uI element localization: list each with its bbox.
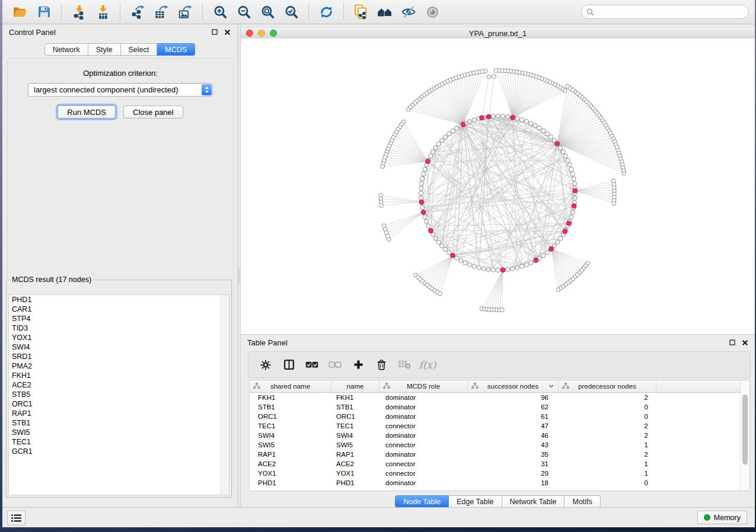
export-table-button[interactable] xyxy=(152,3,170,21)
show-details-button[interactable] xyxy=(423,3,441,21)
table-row[interactable]: SWI5SWI5connector431 xyxy=(250,440,749,450)
select-stepper-icon xyxy=(202,84,212,95)
delete-table-button[interactable] xyxy=(397,357,412,373)
table-cell: dominator xyxy=(379,412,468,421)
table-cell: 2 xyxy=(559,450,656,459)
table-row[interactable]: YOX1YOX1connector291 xyxy=(250,469,749,478)
mcds-result-item[interactable]: TEC1 xyxy=(9,437,229,447)
column-type-icon xyxy=(562,383,569,389)
network-window-titlebar[interactable]: YPA_prune.txt_1 xyxy=(241,27,755,39)
save-button[interactable] xyxy=(35,3,53,21)
zoom-fit-button[interactable] xyxy=(259,3,276,21)
delete-button[interactable] xyxy=(374,357,389,373)
run-mcds-button[interactable]: Run MCDS xyxy=(58,105,116,118)
task-history-button[interactable] xyxy=(7,511,25,525)
table-cell: 61 xyxy=(468,412,559,421)
mcds-result-item[interactable]: FKH1 xyxy=(9,371,229,380)
mcds-result-item[interactable]: YOX1 xyxy=(9,333,229,342)
mcds-result-item[interactable]: GCR1 xyxy=(9,447,229,456)
memory-button[interactable]: Memory xyxy=(697,511,747,524)
table-row[interactable]: TEC1TEC1connector472 xyxy=(250,421,749,431)
table-row[interactable]: ORC1ORC1dominator610 xyxy=(250,412,749,421)
network-canvas[interactable] xyxy=(241,39,755,335)
import-table-button[interactable] xyxy=(94,3,111,21)
mcds-result-item[interactable]: ACE2 xyxy=(9,380,229,390)
control-panel-titlebar: Control Panel xyxy=(2,24,237,40)
search-input[interactable] xyxy=(597,7,744,17)
table-cell: FKH1 xyxy=(250,393,331,402)
table-row[interactable]: SWI4SWI4dominator462 xyxy=(250,431,749,440)
columns-icon xyxy=(283,359,295,370)
select-all-icon xyxy=(305,361,318,368)
table-cell: 1 xyxy=(559,440,656,450)
column-header-predecessor-nodes[interactable]: predecessor nodes xyxy=(559,380,656,392)
deselect-all-button[interactable] xyxy=(327,357,343,373)
export-image-icon xyxy=(178,5,193,20)
mcds-result-item[interactable]: SRD1 xyxy=(9,352,229,361)
column-header-successor-nodes[interactable]: successor nodes xyxy=(468,380,559,392)
mcds-result-list[interactable]: PHD1CAR1STP4TID3YOX1SWI4SRD1PMA2FKH1ACE2… xyxy=(8,294,229,495)
tab-motifs[interactable]: Motifs xyxy=(564,495,600,508)
network-from-selection-button[interactable] xyxy=(352,3,370,21)
open-button[interactable] xyxy=(11,3,29,21)
float-panel-button[interactable] xyxy=(211,28,218,36)
toolbar-separator xyxy=(120,4,120,20)
tab-edge-table[interactable]: Edge Table xyxy=(449,495,502,508)
zoom-selected-button[interactable] xyxy=(282,3,300,21)
table-cell: RAP1 xyxy=(250,450,331,459)
mcds-result-item[interactable]: RAP1 xyxy=(9,409,229,418)
show-columns-button[interactable] xyxy=(281,357,296,373)
refresh-layout-button[interactable] xyxy=(317,3,335,21)
column-header-mcds-role[interactable]: MCDS role xyxy=(379,380,468,392)
splitter-grip[interactable] xyxy=(238,268,240,283)
tab-select[interactable]: Select xyxy=(121,43,158,56)
mcds-result-item[interactable]: STP4 xyxy=(9,314,229,323)
column-header-name[interactable]: name xyxy=(331,380,379,392)
table-cell: 29 xyxy=(468,469,559,478)
tab-network-table[interactable]: Network Table xyxy=(502,495,565,508)
mcds-result-item[interactable]: TID3 xyxy=(9,323,229,333)
table-scrollbar[interactable] xyxy=(740,380,749,491)
close-panel-action-button[interactable]: Close panel xyxy=(123,105,183,118)
mcds-result-item[interactable]: STB1 xyxy=(9,418,229,428)
scrollbar-thumb[interactable] xyxy=(742,395,748,464)
mcds-result-item[interactable]: STB5 xyxy=(9,390,229,399)
function-builder-button[interactable]: f(x) xyxy=(420,357,435,373)
memory-status-icon xyxy=(704,514,710,521)
hide-details-button[interactable] xyxy=(400,3,417,21)
table-cell: STB1 xyxy=(331,402,379,412)
mcds-result-item[interactable]: ORC1 xyxy=(9,399,229,409)
mcds-result-item[interactable]: CAR1 xyxy=(9,305,229,314)
zoom-in-button[interactable] xyxy=(211,3,229,21)
mcds-result-item[interactable]: SWI4 xyxy=(9,342,229,352)
houses-button[interactable] xyxy=(376,3,394,21)
column-header-shared-name[interactable]: shared name xyxy=(250,380,331,392)
table-row[interactable]: RAP1RAP1dominator352 xyxy=(250,450,749,459)
tab-network[interactable]: Network xyxy=(44,43,88,56)
mcds-result-item[interactable]: PHD1 xyxy=(9,295,229,305)
tab-style[interactable]: Style xyxy=(88,43,121,56)
tab-mcds[interactable]: MCDS xyxy=(157,43,195,56)
search-box[interactable] xyxy=(581,5,749,19)
add-row-button[interactable] xyxy=(350,357,366,373)
show-details-icon xyxy=(425,5,440,20)
close-table-panel-button[interactable] xyxy=(741,339,748,346)
optimization-criterion-select[interactable]: largest connected component (undirected) xyxy=(28,83,213,97)
export-network-button[interactable] xyxy=(129,3,146,21)
table-settings-button[interactable] xyxy=(258,357,273,373)
table-row[interactable]: PHD1PHD1dominator180 xyxy=(250,478,749,488)
close-icon xyxy=(224,29,231,36)
tab-node-table[interactable]: Node Table xyxy=(395,495,449,508)
mcds-result-item[interactable]: SWI5 xyxy=(9,428,229,437)
table-row[interactable]: STB1STB1dominator620 xyxy=(250,402,749,412)
import-network-button[interactable] xyxy=(70,3,88,21)
export-image-button[interactable] xyxy=(176,3,194,21)
table-row[interactable]: ACE2ACE2connector311 xyxy=(250,459,749,469)
result-list-scrollbar[interactable] xyxy=(221,295,229,495)
select-all-button[interactable] xyxy=(304,357,320,373)
mcds-result-item[interactable]: PMA2 xyxy=(9,361,229,371)
zoom-out-button[interactable] xyxy=(235,3,253,21)
table-row[interactable]: FKH1FKH1dominator962 xyxy=(250,393,749,402)
close-panel-button[interactable] xyxy=(224,28,231,36)
float-table-panel-button[interactable] xyxy=(729,339,736,346)
